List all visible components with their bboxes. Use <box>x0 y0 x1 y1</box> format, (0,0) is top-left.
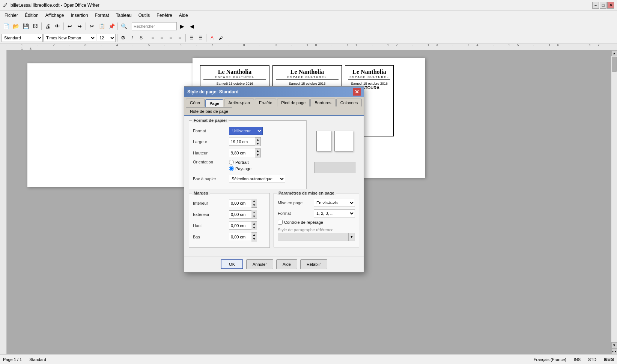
style-select[interactable]: Standard <box>2 34 43 42</box>
haut-input[interactable] <box>229 222 251 230</box>
style-para-dropdown-button[interactable]: ▼ <box>348 233 355 241</box>
cut-button[interactable]: ✂ <box>87 22 96 31</box>
bas-input[interactable] <box>229 233 251 241</box>
undo-button[interactable]: ↩ <box>65 22 74 31</box>
status-right: ⊞⊟⊠ <box>604 357 614 362</box>
interieur-row: Intérieur ▲ ▼ <box>193 199 266 208</box>
menu-insertion[interactable]: Insertion <box>68 12 91 19</box>
align-left-button[interactable]: ≡ <box>149 34 157 42</box>
interieur-input[interactable] <box>229 199 251 207</box>
format-num-select[interactable]: 1, 2, 3, ... <box>314 209 355 217</box>
aide-button[interactable]: Aide <box>276 259 297 269</box>
search-go-button[interactable]: ▶ <box>178 22 187 31</box>
align-right-button[interactable]: ≡ <box>167 34 175 42</box>
menu-tableau[interactable]: Tableau <box>113 12 135 19</box>
menu-affichage[interactable]: Affichage <box>42 12 67 19</box>
menu-aide[interactable]: Aide <box>176 12 191 19</box>
search-prev-button[interactable]: ◀ <box>187 22 196 31</box>
align-center-button[interactable]: ≡ <box>158 34 166 42</box>
tab-en-tete[interactable]: En-tête <box>255 99 276 106</box>
ins-status: INS <box>574 357 581 362</box>
save-as-button[interactable]: 🖫 <box>31 22 40 31</box>
scroll-thumb[interactable] <box>612 57 617 72</box>
menu-fenetre[interactable]: Fenêtre <box>153 12 175 19</box>
interieur-spinner: ▲ ▼ <box>229 199 257 208</box>
dialog-titlebar: Style de page: Standard ✕ <box>184 87 364 97</box>
print-button[interactable]: 🖨 <box>43 22 52 31</box>
font-color-button[interactable]: A <box>208 34 216 42</box>
scroll-up-button[interactable]: ▲ <box>611 50 617 56</box>
haut-up-button[interactable]: ▲ <box>251 222 257 226</box>
scroll-track[interactable] <box>611 56 617 342</box>
retablir-button[interactable]: Rétablir <box>300 259 327 269</box>
format-papier-section: Format de papier Format Utilisateur Larg… <box>189 120 307 189</box>
tab-bordures[interactable]: Bordures <box>310 99 336 106</box>
interieur-up-button[interactable]: ▲ <box>251 199 257 203</box>
scroll-end-button[interactable]: ▼▼ <box>611 348 617 354</box>
menu-fichier[interactable]: Fichier <box>2 12 21 19</box>
ticket-1-subtitle: ESPACE CULTUREL <box>203 75 266 80</box>
new-button[interactable]: 📄 <box>2 22 11 31</box>
align-justify-button[interactable]: ≡ <box>176 34 184 42</box>
haut-down-button[interactable]: ▼ <box>251 226 257 230</box>
underline-button[interactable]: S <box>137 34 145 42</box>
bold-button[interactable]: G <box>119 34 127 42</box>
tab-gerer[interactable]: Gérer <box>186 99 205 106</box>
largeur-input[interactable] <box>229 138 255 146</box>
find-button[interactable]: 🔍 <box>119 22 128 31</box>
orientation-label: Orientation <box>193 160 227 164</box>
tab-arriere-plan[interactable]: Arrière-plan <box>224 99 254 106</box>
style-para-input[interactable] <box>278 233 348 241</box>
mise-select[interactable]: En vis-à-vis <box>314 199 355 207</box>
hauteur-down-button[interactable]: ▼ <box>255 153 260 157</box>
controle-checkbox[interactable] <box>278 220 283 225</box>
print-preview-button[interactable]: 👁 <box>53 22 62 31</box>
hauteur-spinner: ▲ ▼ <box>229 148 261 157</box>
bas-up-button[interactable]: ▲ <box>251 233 257 237</box>
interieur-down-button[interactable]: ▼ <box>251 203 257 207</box>
largeur-up-button[interactable]: ▲ <box>255 138 260 142</box>
dialog-buttons: OK Annuler Aide Rétablir <box>184 256 364 272</box>
num-list-button[interactable]: ☰ <box>196 34 205 42</box>
size-select[interactable]: 12 <box>97 34 116 42</box>
fmt-sep2 <box>147 34 147 42</box>
dialog-close-button[interactable]: ✕ <box>353 88 361 96</box>
italic-button[interactable]: I <box>128 34 136 42</box>
menu-edition[interactable]: Édition <box>22 12 42 19</box>
minimize-button[interactable]: − <box>592 2 599 9</box>
close-button[interactable]: ✕ <box>607 2 614 9</box>
tab-colonnes[interactable]: Colonnes <box>336 99 362 106</box>
menu-outils[interactable]: Outils <box>135 12 153 19</box>
redo-button[interactable]: ↪ <box>75 22 84 31</box>
exterieur-up-button[interactable]: ▲ <box>251 210 257 214</box>
style-para-label: Style de paragraphe référence <box>278 228 334 232</box>
paysage-radio[interactable] <box>229 166 234 171</box>
largeur-label: Largeur <box>193 139 227 144</box>
highlight-button[interactable]: 🖌 <box>217 34 225 42</box>
ok-button[interactable]: OK <box>221 259 243 269</box>
annuler-button[interactable]: Annuler <box>246 259 273 269</box>
font-select[interactable]: Times New Roman <box>44 34 96 42</box>
exterieur-input[interactable] <box>229 210 251 219</box>
portrait-radio[interactable] <box>229 160 234 165</box>
format-select[interactable]: Utilisateur <box>229 127 263 135</box>
list-button[interactable]: ☰ <box>187 34 196 42</box>
bac-select[interactable]: Sélection automatique <box>229 175 285 183</box>
largeur-down-button[interactable]: ▼ <box>255 142 260 146</box>
menu-format[interactable]: Format <box>92 12 112 19</box>
ticket-1-date: Samedi 15 octobre 2016 <box>203 82 266 85</box>
copy-button[interactable]: 📋 <box>97 22 106 31</box>
tab-pied-de-page[interactable]: Pied de page <box>277 99 310 106</box>
bas-down-button[interactable]: ▼ <box>251 237 257 241</box>
tab-note-de-bas[interactable]: Note de bas de page <box>186 107 232 115</box>
save-button[interactable]: 💾 <box>21 22 30 31</box>
search-input[interactable] <box>132 22 177 30</box>
hauteur-up-button[interactable]: ▲ <box>255 149 260 153</box>
tab-page[interactable]: Page <box>205 99 223 107</box>
hauteur-input[interactable] <box>229 149 255 157</box>
open-button[interactable]: 📂 <box>11 22 20 31</box>
exterieur-down-button[interactable]: ▼ <box>251 214 257 219</box>
maximize-button[interactable]: □ <box>600 2 606 9</box>
scroll-down-button[interactable]: ▼ <box>611 342 617 348</box>
paste-button[interactable]: 📌 <box>107 22 116 31</box>
